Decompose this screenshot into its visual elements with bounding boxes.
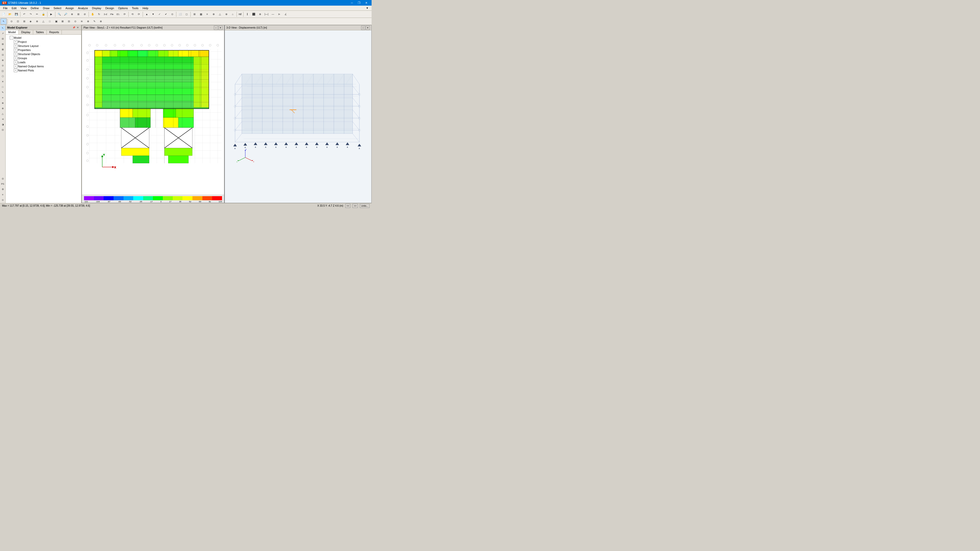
plan-view-close-btn[interactable]: ✕ <box>218 26 223 30</box>
menu-display[interactable]: Display <box>90 6 103 11</box>
tb-spin[interactable]: ⟳ <box>121 11 127 17</box>
lt-btn9[interactable]: ⬡ <box>0 74 5 79</box>
tree-expand-loads[interactable]: + <box>14 60 18 64</box>
tb-frame[interactable]: ▦ <box>198 11 204 17</box>
tb2-btn5[interactable]: ⊕ <box>34 18 40 24</box>
menu-select[interactable]: Select <box>52 6 64 11</box>
nav-left-btn[interactable]: << <box>345 204 351 208</box>
tb2-btn12[interactable]: ≋ <box>79 18 85 24</box>
tb-pan[interactable]: ✋ <box>89 11 96 17</box>
tree-expand-properties[interactable]: + <box>14 48 18 52</box>
lt-bottom2[interactable]: PS <box>0 181 5 186</box>
tree-expand-structure-layout[interactable]: + <box>14 44 18 48</box>
tb-run[interactable]: ▶ <box>48 11 54 17</box>
explorer-tab-tables[interactable]: Tables <box>33 30 47 35</box>
tb-lock[interactable]: 🔒 <box>40 11 46 17</box>
tb2-btn7[interactable]: □ <box>47 18 53 24</box>
explorer-close-btn[interactable]: ✕ <box>76 26 80 29</box>
restore-button[interactable]: ❐ <box>356 0 363 5</box>
tb-refresh[interactable]: ⟳ <box>136 11 142 17</box>
menu-tools[interactable]: Tools <box>130 6 141 11</box>
lt-btn10[interactable]: ✕ <box>0 79 5 84</box>
tb2-btn13[interactable]: ⊕ <box>85 18 91 24</box>
tb-open[interactable]: 📂 <box>7 11 13 17</box>
menu-file[interactable]: File <box>1 6 10 11</box>
lt-btn15[interactable]: ⊕ <box>0 106 5 111</box>
tb-elev[interactable]: El↕ <box>115 11 121 17</box>
tb-zoom-full[interactable]: ⊞ <box>75 11 81 17</box>
tree-expand-project[interactable]: + <box>14 40 18 44</box>
lt-bottom4[interactable]: ≡ <box>0 192 5 197</box>
tb-rotate[interactable]: ↻ <box>96 11 102 17</box>
tb-undo[interactable]: ↶ <box>21 11 27 17</box>
tb-check2[interactable]: ✔ <box>163 11 169 17</box>
tb-zoom-region[interactable]: 🔍 <box>56 11 62 17</box>
tb2-btn4[interactable]: ◈ <box>27 18 34 24</box>
tree-expand-model[interactable]: - <box>10 36 13 40</box>
lt-btn16[interactable]: △ <box>0 111 5 116</box>
tb-down[interactable]: ▼ <box>150 11 156 17</box>
menu-draw[interactable]: Draw <box>41 6 52 11</box>
tb-shape2[interactable]: ◻ <box>183 11 189 17</box>
lt-btn14[interactable]: ⊗ <box>0 100 5 106</box>
tb2-btn2[interactable]: ⊡ <box>15 18 21 24</box>
tree-item-named-output-items[interactable]: + Named Output Items <box>6 64 81 68</box>
lt-select[interactable]: ↖ <box>0 25 5 30</box>
lt-btn19[interactable]: ⊡ <box>0 127 5 132</box>
tree-expand-structural-objects[interactable]: + <box>14 52 18 56</box>
menu-assign[interactable]: Assign <box>63 6 76 11</box>
lt-btn8[interactable]: ◫ <box>0 68 5 73</box>
menu-options[interactable]: Options <box>116 6 130 11</box>
lt-btn18[interactable]: ◑ <box>0 122 5 127</box>
explorer-tab-reports[interactable]: Reports <box>47 30 62 35</box>
lt-btn5[interactable]: ⊡ <box>0 52 5 57</box>
tb-spring[interactable]: ⊗ <box>223 11 229 17</box>
tree-item-named-plots[interactable]: + Named Plots <box>6 68 81 73</box>
tb-redo[interactable]: ↷ <box>27 11 34 17</box>
lt-btn6[interactable]: ⊕ <box>0 58 5 63</box>
tb-3d[interactable]: 3-d <box>102 11 108 17</box>
tb-check[interactable]: ✓ <box>156 11 162 17</box>
tree-item-loads[interactable]: + Loads <box>6 60 81 64</box>
units-btn[interactable]: Units... <box>360 204 369 208</box>
tb-angle[interactable]: ∠ <box>283 11 289 17</box>
tree-expand-named-plots[interactable]: + <box>14 68 18 72</box>
tb-zoom-prev[interactable]: ⊘ <box>82 11 88 17</box>
lt-btn17[interactable]: ⊲ <box>0 117 5 122</box>
tree-item-project[interactable]: + Project <box>6 40 81 44</box>
tree-item-structural-objects[interactable]: + Structural Objects <box>6 52 81 56</box>
tb2-btn11[interactable]: ⊙ <box>72 18 78 24</box>
tb2-select[interactable]: ↖ <box>0 18 6 24</box>
tb2-btn6[interactable]: △ <box>40 18 46 24</box>
tb-box[interactable]: ⬛ <box>251 11 257 17</box>
tree-expand-named-output-items[interactable]: + <box>14 65 18 68</box>
tb2-btn9[interactable]: ⊠ <box>59 18 65 24</box>
tb-pencil[interactable]: ✏ <box>34 11 40 17</box>
menu-help[interactable]: Help <box>141 6 151 11</box>
tb-circle-check[interactable]: ⊙ <box>169 11 175 17</box>
plan-view-min-btn[interactable]: ─ <box>214 26 218 30</box>
tb-zoom-out[interactable]: 🔎 <box>62 11 68 17</box>
tb-zoom-in[interactable]: ⊕ <box>69 11 75 17</box>
lt-btn2[interactable]: ⊟ <box>0 36 5 41</box>
tb2-btn8[interactable]: ▣ <box>53 18 59 24</box>
tree-item-properties[interactable]: + Properties <box>6 48 81 52</box>
tb-arrow[interactable]: ⊳ <box>276 11 282 17</box>
tb2-btn1[interactable]: ⊙ <box>8 18 14 24</box>
tb-dash[interactable]: — <box>270 11 276 17</box>
tb-grid[interactable]: ⊞ <box>191 11 197 17</box>
lt-btn13[interactable]: ≡ <box>0 95 5 100</box>
explorer-tab-display[interactable]: Display <box>19 30 33 35</box>
tb2-btn15[interactable]: ⊗ <box>98 18 104 24</box>
tb-plan[interactable]: Pl♦ <box>109 11 115 17</box>
tb2-btn3[interactable]: ⊞ <box>21 18 27 24</box>
tb-undo2[interactable]: ⟲ <box>129 11 135 17</box>
view-3d-expand-btn[interactable]: □ <box>361 26 365 30</box>
tb-new[interactable]: 📄 <box>0 11 6 17</box>
minimize-button[interactable]: ─ <box>348 0 355 5</box>
tb-target2[interactable]: ⊕ <box>257 11 263 17</box>
tb-save[interactable]: 💾 <box>13 11 19 17</box>
tb-target[interactable]: ⊕ <box>210 11 217 17</box>
explorer-tab-model[interactable]: Model <box>6 30 19 35</box>
lt-btn7[interactable]: ⊙ <box>0 63 5 68</box>
